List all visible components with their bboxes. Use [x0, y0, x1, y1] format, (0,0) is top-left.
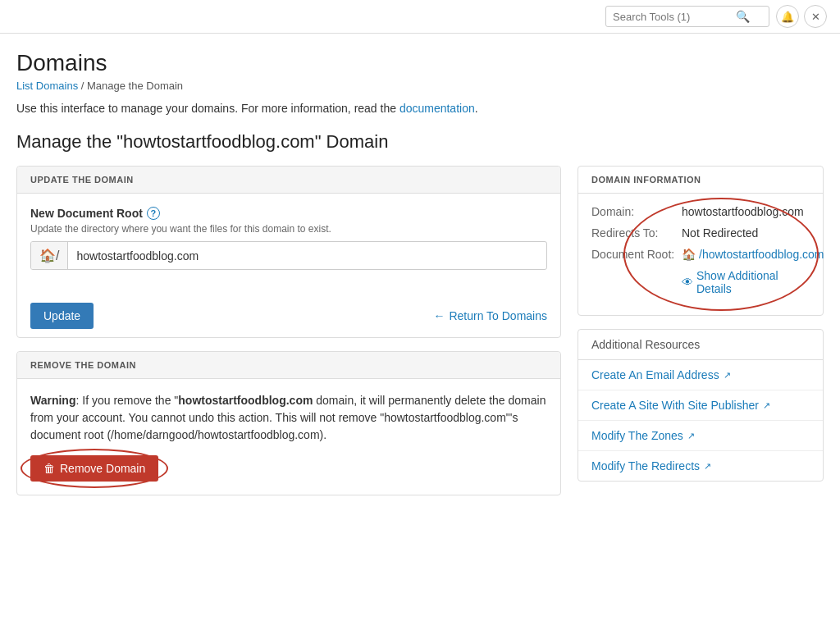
redirects-value: Not Redirected	[682, 226, 758, 240]
documentation-link[interactable]: documentation	[399, 102, 475, 115]
search-button[interactable]: 🔍	[736, 10, 750, 23]
domain-info-row: Domain: howtostartfoodblog.com	[591, 205, 810, 218]
update-button[interactable]: Update	[30, 303, 94, 329]
show-additional-details-link[interactable]: 👁 Show Additional Details	[682, 269, 810, 295]
remove-button-wrapper-outer: 🗑 Remove Domain	[30, 455, 547, 482]
docroot-value: 🏠 /howtostartfoodblog.com	[682, 248, 824, 261]
doc-root-input-group: 🏠/ howtostartfoodblog.com	[30, 241, 547, 270]
domain-value: howtostartfoodblog.com	[682, 205, 804, 218]
doc-root-form-group: New Document Root ? Update the directory…	[30, 207, 547, 270]
return-to-domains-link[interactable]: ← Return To Domains	[433, 309, 547, 322]
remove-panel-header: REMOVE THE DOMAIN	[17, 352, 560, 379]
resource-item-publisher: Create A Site With Site Publisher ↗	[578, 390, 823, 421]
resource-item-zones: Modify The Zones ↗	[578, 421, 823, 451]
warning-label: Warning	[30, 394, 75, 407]
domain-info-body: Domain: howtostartfoodblog.com Redirects…	[578, 194, 823, 315]
user-icon[interactable]: ✕	[804, 5, 827, 28]
page-title: Domains	[16, 50, 824, 76]
docroot-link[interactable]: 🏠 /howtostartfoodblog.com	[682, 248, 824, 261]
external-icon-2: ↗	[687, 431, 695, 441]
breadcrumb-list-domains[interactable]: List Domains	[16, 80, 78, 92]
update-panel-header: UPDATE THE DOMAIN	[17, 167, 560, 194]
arrow-left-icon: ←	[433, 309, 445, 322]
notifications-icon[interactable]: 🔔	[776, 5, 799, 28]
resources-panel: Additional Resources Create An Email Add…	[578, 329, 824, 482]
external-icon-0: ↗	[724, 370, 731, 381]
docroot-label: Document Root:	[591, 248, 682, 261]
resource-item-redirects: Modify The Redirects ↗	[578, 451, 823, 481]
domain-name-bold: howtostartfoodblog.com	[178, 394, 313, 407]
remove-domain-wrapper: 🗑 Remove Domain	[30, 455, 158, 482]
domain-label: Domain:	[591, 205, 682, 218]
main-container: Domains List Domains / Manage the Domain…	[0, 34, 840, 525]
domain-info-header: DOMAIN INFORMATION	[578, 167, 823, 194]
doc-root-hint: Update the directory where you want the …	[30, 223, 547, 235]
home-icon: 🏠	[682, 248, 696, 261]
search-box[interactable]: Search Tools (1) 🔍	[605, 6, 769, 27]
external-icon-1: ↗	[763, 400, 770, 411]
update-panel-footer: Update ← Return To Domains	[17, 294, 560, 337]
remove-panel-body: Warning: If you remove the "howtostartfo…	[17, 379, 560, 495]
resources-header: Additional Resources	[578, 330, 823, 360]
remove-domain-button[interactable]: 🗑 Remove Domain	[30, 455, 158, 482]
doc-root-label: New Document Root ?	[30, 207, 547, 220]
create-site-link[interactable]: Create A Site With Site Publisher ↗	[591, 399, 810, 412]
help-icon[interactable]: ?	[147, 207, 160, 220]
breadcrumb-separator: /	[81, 80, 87, 92]
docroot-info-row: Document Root: 🏠 /howtostartfoodblog.com	[591, 248, 810, 261]
external-icon-3: ↗	[704, 461, 711, 472]
resource-item-email: Create An Email Address ↗	[578, 360, 823, 390]
remove-domain-panel: REMOVE THE DOMAIN Warning: If you remove…	[16, 351, 561, 495]
modify-zones-link[interactable]: Modify The Zones ↗	[591, 429, 810, 442]
update-domain-panel: UPDATE THE DOMAIN New Document Root ? Up…	[16, 166, 561, 338]
top-bar: Search Tools (1) 🔍 🔔 ✕	[0, 0, 840, 34]
redirects-label: Redirects To:	[591, 226, 682, 240]
input-prefix: 🏠/	[31, 242, 68, 269]
warning-text: Warning: If you remove the "howtostartfo…	[30, 392, 547, 444]
breadcrumb-current: Manage the Domain	[87, 80, 183, 92]
search-input[interactable]: Search Tools (1)	[613, 11, 736, 23]
domain-info-panel: DOMAIN INFORMATION Domain: howtostartfoo…	[578, 166, 824, 316]
doc-root-input[interactable]: howtostartfoodblog.com	[68, 244, 546, 268]
create-email-link[interactable]: Create An Email Address ↗	[591, 368, 810, 381]
show-details-row: 👁 Show Additional Details	[591, 269, 810, 295]
modify-redirects-link[interactable]: Modify The Redirects ↗	[591, 459, 810, 472]
update-panel-body: New Document Root ? Update the directory…	[17, 194, 560, 294]
content-layout: UPDATE THE DOMAIN New Document Root ? Up…	[16, 166, 824, 509]
section-heading: Manage the "howtostartfoodblog.com" Doma…	[16, 131, 824, 153]
trash-icon: 🗑	[43, 462, 55, 475]
intro-text: Use this interface to manage your domain…	[16, 102, 824, 115]
breadcrumb: List Domains / Manage the Domain	[16, 80, 824, 92]
left-column: UPDATE THE DOMAIN New Document Root ? Up…	[16, 166, 561, 509]
right-column: DOMAIN INFORMATION Domain: howtostartfoo…	[578, 166, 824, 482]
eye-icon: 👁	[682, 276, 693, 289]
redirects-info-row: Redirects To: Not Redirected	[591, 226, 810, 240]
top-bar-icons: 🔔 ✕	[776, 5, 827, 28]
